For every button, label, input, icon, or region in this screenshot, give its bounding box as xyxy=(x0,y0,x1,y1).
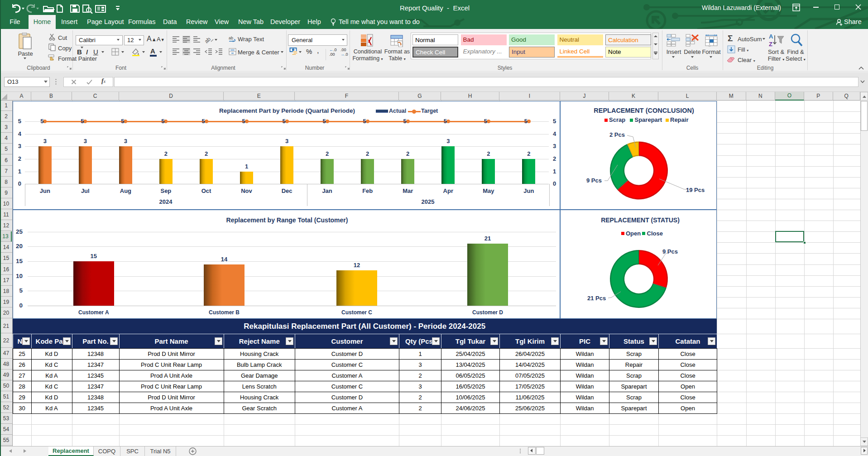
svg-text:Z: Z xyxy=(769,41,772,48)
svg-text:A: A xyxy=(769,33,773,40)
svg-text:ab: ab xyxy=(229,36,233,40)
svg-text:ab: ab xyxy=(205,36,212,43)
